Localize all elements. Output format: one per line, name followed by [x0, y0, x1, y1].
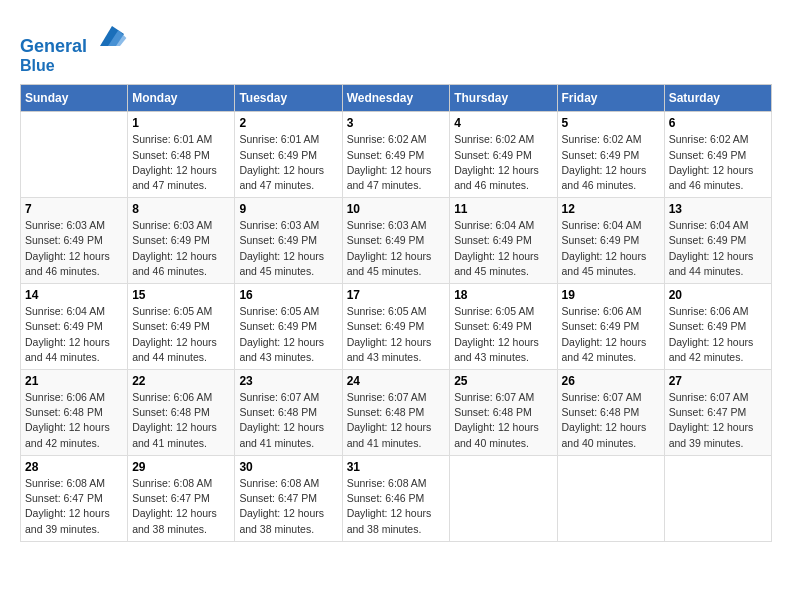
- calendar-day-cell: 12 Sunrise: 6:04 AMSunset: 6:49 PMDaylig…: [557, 198, 664, 284]
- day-number: 26: [562, 374, 660, 388]
- logo: General Blue: [20, 20, 128, 74]
- day-detail: Sunrise: 6:08 AMSunset: 6:47 PMDaylight:…: [239, 476, 337, 537]
- calendar-day-cell: 6 Sunrise: 6:02 AMSunset: 6:49 PMDayligh…: [664, 112, 771, 198]
- calendar-day-cell: 29 Sunrise: 6:08 AMSunset: 6:47 PMDaylig…: [128, 455, 235, 541]
- day-number: 21: [25, 374, 123, 388]
- day-detail: Sunrise: 6:08 AMSunset: 6:47 PMDaylight:…: [25, 476, 123, 537]
- calendar-day-cell: 4 Sunrise: 6:02 AMSunset: 6:49 PMDayligh…: [450, 112, 557, 198]
- calendar-day-cell: 5 Sunrise: 6:02 AMSunset: 6:49 PMDayligh…: [557, 112, 664, 198]
- day-detail: Sunrise: 6:03 AMSunset: 6:49 PMDaylight:…: [132, 218, 230, 279]
- logo-general: General: [20, 36, 87, 56]
- weekday-header: Saturday: [664, 85, 771, 112]
- calendar-day-cell: [450, 455, 557, 541]
- day-detail: Sunrise: 6:08 AMSunset: 6:47 PMDaylight:…: [132, 476, 230, 537]
- calendar-week-row: 21 Sunrise: 6:06 AMSunset: 6:48 PMDaylig…: [21, 370, 772, 456]
- calendar-body: 1 Sunrise: 6:01 AMSunset: 6:48 PMDayligh…: [21, 112, 772, 541]
- calendar-day-cell: 21 Sunrise: 6:06 AMSunset: 6:48 PMDaylig…: [21, 370, 128, 456]
- day-detail: Sunrise: 6:04 AMSunset: 6:49 PMDaylight:…: [669, 218, 767, 279]
- day-detail: Sunrise: 6:04 AMSunset: 6:49 PMDaylight:…: [454, 218, 552, 279]
- day-number: 9: [239, 202, 337, 216]
- day-number: 18: [454, 288, 552, 302]
- day-number: 17: [347, 288, 446, 302]
- day-detail: Sunrise: 6:06 AMSunset: 6:48 PMDaylight:…: [25, 390, 123, 451]
- day-detail: Sunrise: 6:07 AMSunset: 6:48 PMDaylight:…: [347, 390, 446, 451]
- logo-blue: Blue: [20, 57, 128, 75]
- day-number: 4: [454, 116, 552, 130]
- calendar-day-cell: 25 Sunrise: 6:07 AMSunset: 6:48 PMDaylig…: [450, 370, 557, 456]
- day-detail: Sunrise: 6:07 AMSunset: 6:48 PMDaylight:…: [239, 390, 337, 451]
- day-number: 5: [562, 116, 660, 130]
- day-number: 12: [562, 202, 660, 216]
- day-detail: Sunrise: 6:08 AMSunset: 6:46 PMDaylight:…: [347, 476, 446, 537]
- page-header: General Blue: [20, 20, 772, 74]
- day-number: 3: [347, 116, 446, 130]
- day-number: 22: [132, 374, 230, 388]
- day-detail: Sunrise: 6:05 AMSunset: 6:49 PMDaylight:…: [239, 304, 337, 365]
- day-number: 13: [669, 202, 767, 216]
- day-detail: Sunrise: 6:06 AMSunset: 6:48 PMDaylight:…: [132, 390, 230, 451]
- calendar-header: SundayMondayTuesdayWednesdayThursdayFrid…: [21, 85, 772, 112]
- day-number: 19: [562, 288, 660, 302]
- day-number: 11: [454, 202, 552, 216]
- calendar-week-row: 28 Sunrise: 6:08 AMSunset: 6:47 PMDaylig…: [21, 455, 772, 541]
- calendar-week-row: 1 Sunrise: 6:01 AMSunset: 6:48 PMDayligh…: [21, 112, 772, 198]
- calendar-day-cell: 31 Sunrise: 6:08 AMSunset: 6:46 PMDaylig…: [342, 455, 450, 541]
- day-detail: Sunrise: 6:02 AMSunset: 6:49 PMDaylight:…: [669, 132, 767, 193]
- calendar-day-cell: 22 Sunrise: 6:06 AMSunset: 6:48 PMDaylig…: [128, 370, 235, 456]
- day-number: 20: [669, 288, 767, 302]
- calendar-day-cell: 20 Sunrise: 6:06 AMSunset: 6:49 PMDaylig…: [664, 284, 771, 370]
- calendar-week-row: 7 Sunrise: 6:03 AMSunset: 6:49 PMDayligh…: [21, 198, 772, 284]
- day-number: 23: [239, 374, 337, 388]
- calendar-day-cell: 16 Sunrise: 6:05 AMSunset: 6:49 PMDaylig…: [235, 284, 342, 370]
- calendar-day-cell: 7 Sunrise: 6:03 AMSunset: 6:49 PMDayligh…: [21, 198, 128, 284]
- calendar-day-cell: 2 Sunrise: 6:01 AMSunset: 6:49 PMDayligh…: [235, 112, 342, 198]
- weekday-header: Thursday: [450, 85, 557, 112]
- day-number: 30: [239, 460, 337, 474]
- day-detail: Sunrise: 6:03 AMSunset: 6:49 PMDaylight:…: [25, 218, 123, 279]
- day-number: 2: [239, 116, 337, 130]
- day-detail: Sunrise: 6:07 AMSunset: 6:48 PMDaylight:…: [562, 390, 660, 451]
- day-detail: Sunrise: 6:06 AMSunset: 6:49 PMDaylight:…: [562, 304, 660, 365]
- calendar-table: SundayMondayTuesdayWednesdayThursdayFrid…: [20, 84, 772, 541]
- calendar-week-row: 14 Sunrise: 6:04 AMSunset: 6:49 PMDaylig…: [21, 284, 772, 370]
- calendar-day-cell: 15 Sunrise: 6:05 AMSunset: 6:49 PMDaylig…: [128, 284, 235, 370]
- day-number: 15: [132, 288, 230, 302]
- calendar-day-cell: 8 Sunrise: 6:03 AMSunset: 6:49 PMDayligh…: [128, 198, 235, 284]
- day-detail: Sunrise: 6:02 AMSunset: 6:49 PMDaylight:…: [347, 132, 446, 193]
- day-number: 16: [239, 288, 337, 302]
- calendar-day-cell: 27 Sunrise: 6:07 AMSunset: 6:47 PMDaylig…: [664, 370, 771, 456]
- day-detail: Sunrise: 6:07 AMSunset: 6:47 PMDaylight:…: [669, 390, 767, 451]
- day-number: 28: [25, 460, 123, 474]
- calendar-day-cell: 9 Sunrise: 6:03 AMSunset: 6:49 PMDayligh…: [235, 198, 342, 284]
- day-detail: Sunrise: 6:02 AMSunset: 6:49 PMDaylight:…: [562, 132, 660, 193]
- day-number: 7: [25, 202, 123, 216]
- calendar-day-cell: 1 Sunrise: 6:01 AMSunset: 6:48 PMDayligh…: [128, 112, 235, 198]
- calendar-day-cell: 23 Sunrise: 6:07 AMSunset: 6:48 PMDaylig…: [235, 370, 342, 456]
- calendar-day-cell: 14 Sunrise: 6:04 AMSunset: 6:49 PMDaylig…: [21, 284, 128, 370]
- weekday-header: Tuesday: [235, 85, 342, 112]
- calendar-day-cell: [557, 455, 664, 541]
- calendar-day-cell: 28 Sunrise: 6:08 AMSunset: 6:47 PMDaylig…: [21, 455, 128, 541]
- day-detail: Sunrise: 6:04 AMSunset: 6:49 PMDaylight:…: [25, 304, 123, 365]
- calendar-day-cell: 11 Sunrise: 6:04 AMSunset: 6:49 PMDaylig…: [450, 198, 557, 284]
- day-detail: Sunrise: 6:03 AMSunset: 6:49 PMDaylight:…: [239, 218, 337, 279]
- day-number: 25: [454, 374, 552, 388]
- day-detail: Sunrise: 6:05 AMSunset: 6:49 PMDaylight:…: [132, 304, 230, 365]
- calendar-day-cell: 24 Sunrise: 6:07 AMSunset: 6:48 PMDaylig…: [342, 370, 450, 456]
- day-detail: Sunrise: 6:05 AMSunset: 6:49 PMDaylight:…: [347, 304, 446, 365]
- calendar-day-cell: 19 Sunrise: 6:06 AMSunset: 6:49 PMDaylig…: [557, 284, 664, 370]
- calendar-day-cell: [664, 455, 771, 541]
- day-detail: Sunrise: 6:04 AMSunset: 6:49 PMDaylight:…: [562, 218, 660, 279]
- weekday-header: Wednesday: [342, 85, 450, 112]
- day-number: 6: [669, 116, 767, 130]
- day-detail: Sunrise: 6:01 AMSunset: 6:48 PMDaylight:…: [132, 132, 230, 193]
- day-detail: Sunrise: 6:03 AMSunset: 6:49 PMDaylight:…: [347, 218, 446, 279]
- logo-text: General: [20, 20, 128, 57]
- calendar-day-cell: 17 Sunrise: 6:05 AMSunset: 6:49 PMDaylig…: [342, 284, 450, 370]
- calendar-day-cell: 30 Sunrise: 6:08 AMSunset: 6:47 PMDaylig…: [235, 455, 342, 541]
- day-number: 31: [347, 460, 446, 474]
- day-detail: Sunrise: 6:02 AMSunset: 6:49 PMDaylight:…: [454, 132, 552, 193]
- logo-icon: [96, 20, 128, 52]
- day-number: 1: [132, 116, 230, 130]
- calendar-day-cell: 13 Sunrise: 6:04 AMSunset: 6:49 PMDaylig…: [664, 198, 771, 284]
